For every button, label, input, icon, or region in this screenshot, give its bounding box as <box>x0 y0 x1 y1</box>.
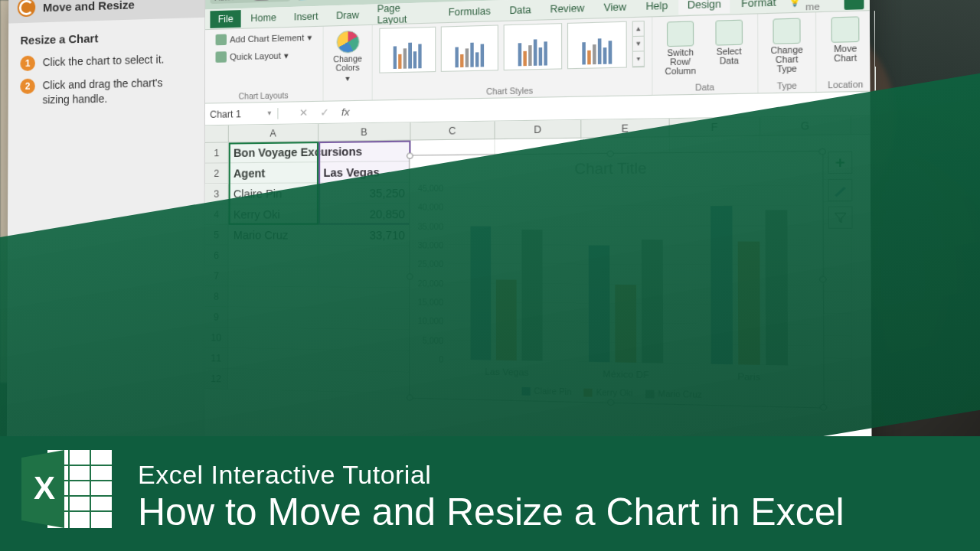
resize-handle[interactable] <box>407 152 413 159</box>
col-header[interactable]: A <box>229 124 318 142</box>
chevron-down-icon[interactable]: ▼ <box>266 109 273 116</box>
col-header[interactable]: D <box>495 120 582 139</box>
lightbulb-icon: 💡 <box>789 0 802 7</box>
enter-formula-icon[interactable]: ✓ <box>314 106 335 119</box>
tab-file[interactable]: File <box>210 10 241 28</box>
quick-layout-label: Quick Layout <box>230 51 281 61</box>
share-button[interactable] <box>844 0 864 9</box>
move-chart-icon <box>831 16 860 43</box>
title-overlay: Excel Interactive Tutorial How to Move a… <box>138 460 844 534</box>
overlay-title: How to Move and Resize a Chart in Excel <box>138 490 844 534</box>
row-header[interactable]: 2 <box>205 163 229 184</box>
tab-draw[interactable]: Draw <box>328 5 367 24</box>
add-chart-element-label: Add Chart Element <box>230 33 304 44</box>
change-chart-type-button[interactable]: Change Chart Type <box>766 16 808 76</box>
tutorial-step: 1 Click the chart to select it. <box>20 51 191 71</box>
redo-icon[interactable]: ↷ <box>340 0 358 2</box>
insert-function-icon[interactable]: fx <box>335 106 356 118</box>
cancel-formula-icon[interactable]: ✕ <box>292 106 313 119</box>
toggle-pill-icon[interactable] <box>253 0 272 1</box>
tutorial-title: Move and Resize <box>43 0 135 14</box>
select-data-icon <box>715 20 743 46</box>
change-type-label: Change Chart Type <box>769 45 805 74</box>
name-box[interactable]: Chart 1 ▼ <box>205 108 278 120</box>
tab-format[interactable]: Format <box>732 0 785 13</box>
step-number-badge: 2 <box>20 79 35 94</box>
row-header[interactable]: 1 <box>205 143 229 164</box>
quick-layout-button[interactable]: Quick Layout ▾ <box>212 48 292 64</box>
step-text: Click the chart to select it. <box>43 52 165 70</box>
chart-styles-gallery[interactable]: ▲▼▾ <box>379 21 645 73</box>
tab-view[interactable]: View <box>595 0 635 17</box>
tutorial-step: 2 Click and drag the chart's sizing hand… <box>20 75 191 108</box>
palette-icon <box>336 31 359 54</box>
add-chart-element-button[interactable]: Add Chart Element ▾ <box>212 30 315 47</box>
quick-layout-icon <box>216 51 227 63</box>
ribbon-group-label: Chart Styles <box>486 85 533 96</box>
cell[interactable]: Bon Voyage Excursions <box>229 142 318 163</box>
cell[interactable]: Agent <box>229 162 318 184</box>
col-header[interactable]: C <box>410 122 495 140</box>
change-colors-label: Change Colors <box>332 54 364 73</box>
excel-logo-icon: X <box>17 444 116 534</box>
autosave-label: AutoSave <box>215 0 250 2</box>
tab-insert[interactable]: Insert <box>286 7 326 25</box>
switch-row-column-button[interactable]: Switch Row/ Column <box>660 19 701 78</box>
tutorial-section-title: Resize a Chart <box>21 29 192 47</box>
ribbon-group-label: Type <box>777 80 797 91</box>
gallery-scroll[interactable]: ▲▼▾ <box>632 21 645 67</box>
select-data-button[interactable]: Select Data <box>708 18 750 67</box>
save-icon[interactable]: 💾 <box>295 0 312 4</box>
move-chart-button[interactable]: Move Chart <box>824 15 867 65</box>
tell-me-label: Tell me <box>805 0 835 11</box>
autosave-toggle[interactable]: AutoSave Off <box>210 0 289 4</box>
chart-element-icon <box>216 34 227 46</box>
change-type-icon <box>773 18 800 44</box>
change-colors-button[interactable]: Change Colors▾ <box>328 28 366 84</box>
ribbon-group-label: Chart Layouts <box>239 90 289 101</box>
name-box-value: Chart 1 <box>210 108 241 119</box>
ribbon-group-label: Data <box>695 81 714 93</box>
svg-text:X: X <box>34 470 55 506</box>
tutorial-logo-icon <box>18 0 35 17</box>
overlay-subtitle: Excel Interactive Tutorial <box>138 460 844 490</box>
chart-style-thumb[interactable] <box>504 23 563 70</box>
tell-me-search[interactable]: 💡 Tell me <box>789 0 835 12</box>
step-text: Click and drag the chart's sizing handle… <box>42 75 191 107</box>
select-all-corner[interactable] <box>205 126 229 142</box>
tab-review[interactable]: Review <box>541 0 593 18</box>
tab-data[interactable]: Data <box>501 0 540 19</box>
col-header[interactable]: B <box>318 122 410 141</box>
undo-icon[interactable]: ↶ <box>318 0 335 3</box>
switch-rc-label: Switch Row/ Column <box>663 47 697 76</box>
chart-style-thumb[interactable] <box>441 24 498 71</box>
step-number-badge: 1 <box>20 56 35 71</box>
select-data-label: Select Data <box>717 47 742 66</box>
switch-rc-icon <box>667 21 694 47</box>
chart-style-thumb[interactable] <box>379 27 436 73</box>
ribbon-group-label: Location <box>828 78 863 90</box>
tab-home[interactable]: Home <box>243 8 284 27</box>
tab-formulas[interactable]: Formulas <box>440 2 499 21</box>
tab-design[interactable]: Design <box>678 0 730 15</box>
chart-style-thumb[interactable] <box>567 21 627 70</box>
cell[interactable] <box>318 141 410 163</box>
move-chart-label: Move Chart <box>834 44 857 63</box>
tab-help[interactable]: Help <box>637 0 677 15</box>
